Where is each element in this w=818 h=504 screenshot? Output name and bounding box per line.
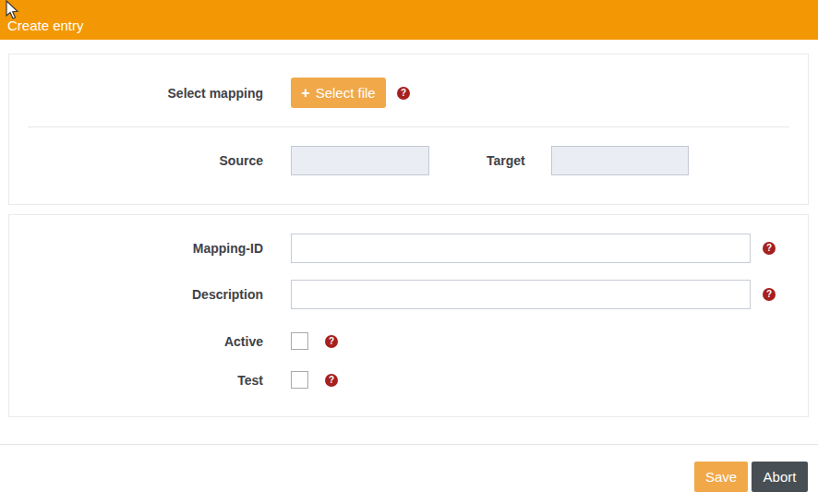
target-label: Target [487, 153, 525, 168]
plus-icon: + [301, 85, 309, 102]
select-mapping-label: Select mapping [9, 86, 263, 101]
help-icon[interactable]: ? [325, 335, 338, 348]
mapping-select-panel: Select mapping + Select file ? Source Ta… [8, 54, 809, 205]
active-row: Active ? [9, 332, 808, 350]
mapping-id-label: Mapping-ID [9, 241, 263, 256]
test-label: Test [9, 373, 263, 388]
select-file-button[interactable]: + Select file [291, 78, 386, 108]
help-icon[interactable]: ? [763, 288, 776, 301]
panel-inner-divider [28, 126, 789, 127]
mapping-id-input[interactable] [291, 234, 751, 263]
help-icon[interactable]: ? [763, 242, 776, 255]
select-file-button-label: Select file [316, 85, 376, 101]
select-mapping-row: Select mapping + Select file ? [9, 78, 808, 108]
footer-actions: Save Abort [694, 462, 808, 492]
footer-divider [0, 444, 818, 445]
mapping-id-row: Mapping-ID ? [9, 234, 808, 263]
source-target-row: Source Target [9, 146, 808, 175]
source-input [291, 146, 429, 175]
description-input[interactable] [291, 280, 751, 309]
description-row: Description ? [9, 280, 808, 309]
help-icon[interactable]: ? [325, 374, 338, 387]
active-checkbox[interactable] [291, 332, 308, 350]
entry-details-panel: Mapping-ID ? Description ? Active ? Test… [8, 214, 809, 417]
test-checkbox[interactable] [291, 371, 308, 389]
active-label: Active [9, 334, 263, 349]
description-label: Description [9, 287, 263, 302]
help-icon[interactable]: ? [397, 87, 410, 100]
save-button[interactable]: Save [694, 462, 748, 492]
abort-button[interactable]: Abort [752, 462, 808, 492]
source-label: Source [9, 153, 263, 168]
target-input [551, 146, 689, 175]
mouse-cursor-icon [5, 0, 21, 22]
test-row: Test ? [9, 371, 808, 389]
page-header: Create entry [0, 0, 818, 40]
